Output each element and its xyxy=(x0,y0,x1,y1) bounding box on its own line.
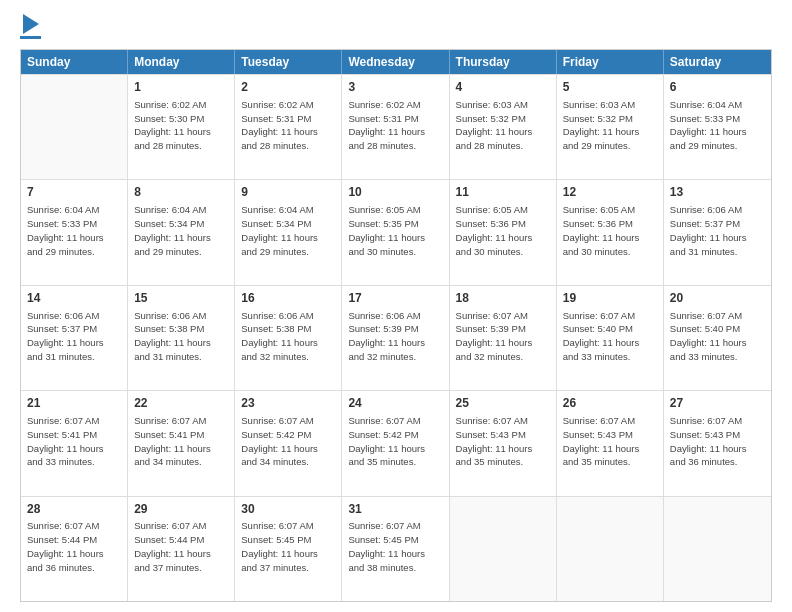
page: SundayMondayTuesdayWednesdayThursdayFrid… xyxy=(0,0,792,612)
day-number: 12 xyxy=(563,184,657,201)
day-number: 20 xyxy=(670,290,765,307)
day-info: Sunrise: 6:06 AM Sunset: 5:37 PM Dayligh… xyxy=(670,203,765,258)
day-cell-21: 21Sunrise: 6:07 AM Sunset: 5:41 PM Dayli… xyxy=(21,391,128,495)
day-number: 14 xyxy=(27,290,121,307)
day-number: 3 xyxy=(348,79,442,96)
day-cell-25: 25Sunrise: 6:07 AM Sunset: 5:43 PM Dayli… xyxy=(450,391,557,495)
empty-cell xyxy=(450,497,557,601)
empty-cell xyxy=(557,497,664,601)
logo xyxy=(20,16,41,39)
header xyxy=(20,16,772,39)
day-number: 17 xyxy=(348,290,442,307)
header-day-sunday: Sunday xyxy=(21,50,128,74)
day-info: Sunrise: 6:02 AM Sunset: 5:30 PM Dayligh… xyxy=(134,98,228,153)
day-number: 6 xyxy=(670,79,765,96)
day-info: Sunrise: 6:04 AM Sunset: 5:33 PM Dayligh… xyxy=(27,203,121,258)
day-number: 8 xyxy=(134,184,228,201)
day-cell-8: 8Sunrise: 6:04 AM Sunset: 5:34 PM Daylig… xyxy=(128,180,235,284)
empty-cell xyxy=(21,75,128,179)
empty-cell xyxy=(664,497,771,601)
day-cell-22: 22Sunrise: 6:07 AM Sunset: 5:41 PM Dayli… xyxy=(128,391,235,495)
day-cell-23: 23Sunrise: 6:07 AM Sunset: 5:42 PM Dayli… xyxy=(235,391,342,495)
day-number: 13 xyxy=(670,184,765,201)
day-info: Sunrise: 6:02 AM Sunset: 5:31 PM Dayligh… xyxy=(241,98,335,153)
day-info: Sunrise: 6:07 AM Sunset: 5:45 PM Dayligh… xyxy=(241,519,335,574)
day-number: 24 xyxy=(348,395,442,412)
day-info: Sunrise: 6:06 AM Sunset: 5:38 PM Dayligh… xyxy=(134,309,228,364)
header-day-wednesday: Wednesday xyxy=(342,50,449,74)
logo-underline xyxy=(20,36,41,39)
day-info: Sunrise: 6:05 AM Sunset: 5:36 PM Dayligh… xyxy=(563,203,657,258)
day-cell-11: 11Sunrise: 6:05 AM Sunset: 5:36 PM Dayli… xyxy=(450,180,557,284)
day-number: 9 xyxy=(241,184,335,201)
day-number: 11 xyxy=(456,184,550,201)
day-info: Sunrise: 6:07 AM Sunset: 5:43 PM Dayligh… xyxy=(563,414,657,469)
day-number: 26 xyxy=(563,395,657,412)
day-cell-10: 10Sunrise: 6:05 AM Sunset: 5:35 PM Dayli… xyxy=(342,180,449,284)
day-info: Sunrise: 6:07 AM Sunset: 5:41 PM Dayligh… xyxy=(27,414,121,469)
day-number: 31 xyxy=(348,501,442,518)
header-day-friday: Friday xyxy=(557,50,664,74)
day-info: Sunrise: 6:04 AM Sunset: 5:33 PM Dayligh… xyxy=(670,98,765,153)
calendar-row-3: 21Sunrise: 6:07 AM Sunset: 5:41 PM Dayli… xyxy=(21,390,771,495)
day-cell-31: 31Sunrise: 6:07 AM Sunset: 5:45 PM Dayli… xyxy=(342,497,449,601)
day-number: 2 xyxy=(241,79,335,96)
day-cell-24: 24Sunrise: 6:07 AM Sunset: 5:42 PM Dayli… xyxy=(342,391,449,495)
day-info: Sunrise: 6:07 AM Sunset: 5:40 PM Dayligh… xyxy=(670,309,765,364)
day-cell-20: 20Sunrise: 6:07 AM Sunset: 5:40 PM Dayli… xyxy=(664,286,771,390)
header-day-saturday: Saturday xyxy=(664,50,771,74)
day-number: 7 xyxy=(27,184,121,201)
day-cell-2: 2Sunrise: 6:02 AM Sunset: 5:31 PM Daylig… xyxy=(235,75,342,179)
day-cell-5: 5Sunrise: 6:03 AM Sunset: 5:32 PM Daylig… xyxy=(557,75,664,179)
day-info: Sunrise: 6:07 AM Sunset: 5:45 PM Dayligh… xyxy=(348,519,442,574)
day-cell-16: 16Sunrise: 6:06 AM Sunset: 5:38 PM Dayli… xyxy=(235,286,342,390)
day-cell-4: 4Sunrise: 6:03 AM Sunset: 5:32 PM Daylig… xyxy=(450,75,557,179)
day-cell-30: 30Sunrise: 6:07 AM Sunset: 5:45 PM Dayli… xyxy=(235,497,342,601)
day-cell-9: 9Sunrise: 6:04 AM Sunset: 5:34 PM Daylig… xyxy=(235,180,342,284)
header-day-monday: Monday xyxy=(128,50,235,74)
day-cell-19: 19Sunrise: 6:07 AM Sunset: 5:40 PM Dayli… xyxy=(557,286,664,390)
day-number: 22 xyxy=(134,395,228,412)
calendar: SundayMondayTuesdayWednesdayThursdayFrid… xyxy=(20,49,772,602)
day-number: 1 xyxy=(134,79,228,96)
day-cell-3: 3Sunrise: 6:02 AM Sunset: 5:31 PM Daylig… xyxy=(342,75,449,179)
day-info: Sunrise: 6:04 AM Sunset: 5:34 PM Dayligh… xyxy=(241,203,335,258)
day-number: 5 xyxy=(563,79,657,96)
day-cell-27: 27Sunrise: 6:07 AM Sunset: 5:43 PM Dayli… xyxy=(664,391,771,495)
day-info: Sunrise: 6:07 AM Sunset: 5:43 PM Dayligh… xyxy=(670,414,765,469)
day-number: 29 xyxy=(134,501,228,518)
day-cell-1: 1Sunrise: 6:02 AM Sunset: 5:30 PM Daylig… xyxy=(128,75,235,179)
calendar-row-0: 1Sunrise: 6:02 AM Sunset: 5:30 PM Daylig… xyxy=(21,74,771,179)
header-day-thursday: Thursday xyxy=(450,50,557,74)
day-info: Sunrise: 6:07 AM Sunset: 5:44 PM Dayligh… xyxy=(27,519,121,574)
day-cell-13: 13Sunrise: 6:06 AM Sunset: 5:37 PM Dayli… xyxy=(664,180,771,284)
day-info: Sunrise: 6:06 AM Sunset: 5:38 PM Dayligh… xyxy=(241,309,335,364)
day-cell-28: 28Sunrise: 6:07 AM Sunset: 5:44 PM Dayli… xyxy=(21,497,128,601)
day-info: Sunrise: 6:07 AM Sunset: 5:41 PM Dayligh… xyxy=(134,414,228,469)
day-number: 28 xyxy=(27,501,121,518)
day-info: Sunrise: 6:07 AM Sunset: 5:43 PM Dayligh… xyxy=(456,414,550,469)
day-info: Sunrise: 6:07 AM Sunset: 5:40 PM Dayligh… xyxy=(563,309,657,364)
day-info: Sunrise: 6:03 AM Sunset: 5:32 PM Dayligh… xyxy=(563,98,657,153)
day-number: 16 xyxy=(241,290,335,307)
day-info: Sunrise: 6:07 AM Sunset: 5:44 PM Dayligh… xyxy=(134,519,228,574)
day-cell-15: 15Sunrise: 6:06 AM Sunset: 5:38 PM Dayli… xyxy=(128,286,235,390)
day-number: 25 xyxy=(456,395,550,412)
day-info: Sunrise: 6:07 AM Sunset: 5:42 PM Dayligh… xyxy=(241,414,335,469)
day-cell-14: 14Sunrise: 6:06 AM Sunset: 5:37 PM Dayli… xyxy=(21,286,128,390)
calendar-row-4: 28Sunrise: 6:07 AM Sunset: 5:44 PM Dayli… xyxy=(21,496,771,601)
day-number: 18 xyxy=(456,290,550,307)
day-number: 23 xyxy=(241,395,335,412)
calendar-body: 1Sunrise: 6:02 AM Sunset: 5:30 PM Daylig… xyxy=(21,74,771,601)
header-day-tuesday: Tuesday xyxy=(235,50,342,74)
day-number: 19 xyxy=(563,290,657,307)
day-number: 4 xyxy=(456,79,550,96)
day-cell-6: 6Sunrise: 6:04 AM Sunset: 5:33 PM Daylig… xyxy=(664,75,771,179)
day-number: 27 xyxy=(670,395,765,412)
day-info: Sunrise: 6:06 AM Sunset: 5:39 PM Dayligh… xyxy=(348,309,442,364)
day-info: Sunrise: 6:05 AM Sunset: 5:36 PM Dayligh… xyxy=(456,203,550,258)
day-info: Sunrise: 6:03 AM Sunset: 5:32 PM Dayligh… xyxy=(456,98,550,153)
day-info: Sunrise: 6:02 AM Sunset: 5:31 PM Dayligh… xyxy=(348,98,442,153)
logo-arrow-icon xyxy=(23,14,39,34)
calendar-row-2: 14Sunrise: 6:06 AM Sunset: 5:37 PM Dayli… xyxy=(21,285,771,390)
